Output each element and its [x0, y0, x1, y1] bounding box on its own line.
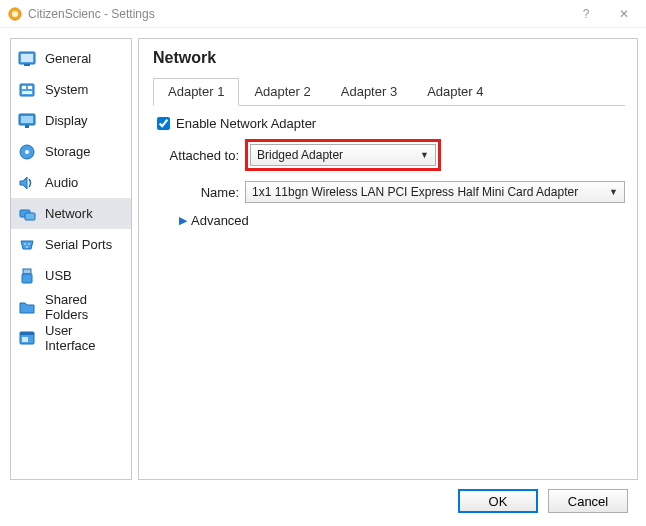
- sidebar-item-label: Network: [45, 206, 93, 221]
- tab-adapter-3[interactable]: Adapter 3: [326, 78, 412, 106]
- storage-icon: [17, 142, 37, 162]
- titlebar: CitizenScienc - Settings ? ✕: [0, 0, 646, 28]
- sidebar-item-serialports[interactable]: Serial Ports: [11, 229, 131, 260]
- sidebar-item-label: Audio: [45, 175, 78, 190]
- shared-folders-icon: [17, 297, 37, 317]
- sidebar-item-usb[interactable]: USB: [11, 260, 131, 291]
- svg-rect-7: [28, 86, 32, 89]
- sidebar-item-label: System: [45, 82, 88, 97]
- sidebar-item-sharedfolders[interactable]: Shared Folders: [11, 291, 131, 322]
- svg-rect-15: [25, 213, 35, 220]
- svg-rect-5: [20, 84, 34, 96]
- svg-rect-4: [24, 64, 30, 66]
- serial-ports-icon: [17, 235, 37, 255]
- settings-sidebar: General System Display Storage Audio Net…: [10, 38, 132, 480]
- sidebar-item-label: General: [45, 51, 91, 66]
- name-label: Name:: [153, 185, 245, 200]
- sidebar-item-label: Shared Folders: [45, 292, 125, 322]
- tab-adapter-1[interactable]: Adapter 1: [153, 78, 239, 106]
- user-interface-icon: [17, 328, 37, 348]
- svg-rect-3: [21, 54, 33, 62]
- ok-button[interactable]: OK: [458, 489, 538, 513]
- help-button[interactable]: ?: [571, 0, 601, 28]
- sidebar-item-storage[interactable]: Storage: [11, 136, 131, 167]
- sidebar-item-userinterface[interactable]: User Interface: [11, 322, 131, 353]
- svg-rect-8: [22, 91, 32, 94]
- audio-icon: [17, 173, 37, 193]
- svg-rect-22: [20, 332, 34, 335]
- caret-down-icon: ▼: [420, 150, 429, 160]
- svg-rect-10: [21, 116, 33, 123]
- svg-rect-11: [25, 125, 29, 128]
- attached-to-dropdown[interactable]: Bridged Adapter ▼: [250, 144, 436, 166]
- svg-point-17: [28, 243, 30, 245]
- close-button[interactable]: ✕: [601, 0, 646, 28]
- sidebar-item-label: User Interface: [45, 323, 125, 353]
- system-icon: [17, 80, 37, 100]
- main-panel: Network Adapter 1 Adapter 2 Adapter 3 Ad…: [138, 38, 638, 480]
- usb-icon: [17, 266, 37, 286]
- sidebar-item-audio[interactable]: Audio: [11, 167, 131, 198]
- sidebar-item-label: USB: [45, 268, 72, 283]
- svg-point-1: [12, 10, 18, 16]
- chevron-right-icon: ▶: [179, 214, 187, 227]
- advanced-toggle[interactable]: ▶ Advanced: [179, 213, 625, 228]
- svg-point-13: [25, 150, 29, 154]
- name-value: 1x1 11bgn Wireless LAN PCI Express Half …: [252, 185, 578, 199]
- enable-adapter-checkbox[interactable]: [157, 117, 170, 130]
- app-icon: [8, 7, 22, 21]
- name-dropdown[interactable]: 1x1 11bgn Wireless LAN PCI Express Half …: [245, 181, 625, 203]
- general-icon: [17, 49, 37, 69]
- attached-to-label: Attached to:: [153, 148, 245, 163]
- attached-to-value: Bridged Adapter: [257, 148, 343, 162]
- cancel-button[interactable]: Cancel: [548, 489, 628, 513]
- adapter-tabs: Adapter 1 Adapter 2 Adapter 3 Adapter 4: [153, 77, 625, 106]
- enable-adapter-label: Enable Network Adapter: [176, 116, 316, 131]
- sidebar-item-label: Serial Ports: [45, 237, 112, 252]
- advanced-label: Advanced: [191, 213, 249, 228]
- sidebar-item-label: Storage: [45, 144, 91, 159]
- svg-rect-20: [22, 274, 32, 283]
- window-title: CitizenScienc - Settings: [28, 7, 155, 21]
- display-icon: [17, 111, 37, 131]
- sidebar-item-display[interactable]: Display: [11, 105, 131, 136]
- svg-rect-6: [22, 86, 26, 89]
- svg-point-16: [24, 243, 26, 245]
- enable-adapter-row[interactable]: Enable Network Adapter: [157, 116, 625, 131]
- sidebar-item-general[interactable]: General: [11, 43, 131, 74]
- svg-rect-23: [22, 337, 28, 342]
- dialog-footer: OK Cancel: [0, 480, 646, 522]
- network-icon: [17, 204, 37, 224]
- sidebar-item-network[interactable]: Network: [11, 198, 131, 229]
- section-title: Network: [153, 49, 625, 67]
- sidebar-item-system[interactable]: System: [11, 74, 131, 105]
- svg-point-18: [26, 246, 28, 248]
- tab-adapter-2[interactable]: Adapter 2: [239, 78, 325, 106]
- sidebar-item-label: Display: [45, 113, 88, 128]
- caret-down-icon: ▼: [609, 187, 618, 197]
- attached-to-highlight: Bridged Adapter ▼: [245, 139, 441, 171]
- tab-adapter-4[interactable]: Adapter 4: [412, 78, 498, 106]
- svg-rect-19: [23, 269, 31, 274]
